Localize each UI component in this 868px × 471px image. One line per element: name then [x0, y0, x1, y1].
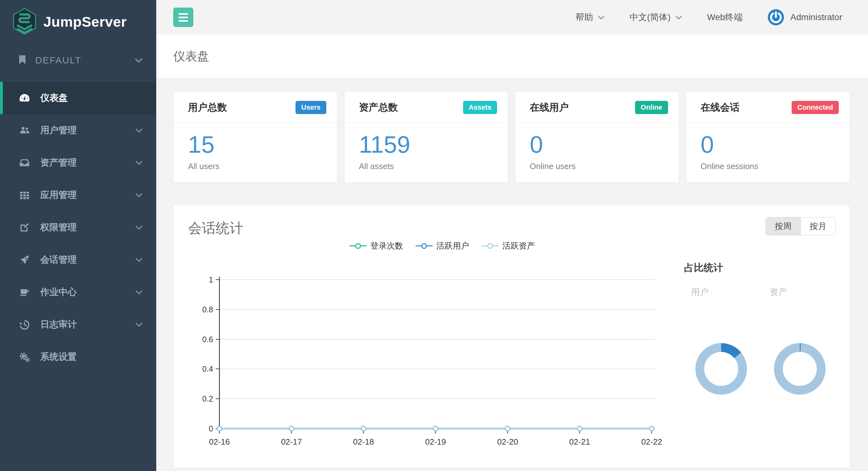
x-tick-label: 02-21	[569, 437, 590, 446]
legend-line-marker	[349, 243, 367, 249]
weekly-button[interactable]: 按周	[766, 217, 800, 235]
dashboard-icon	[18, 92, 31, 104]
org-label: DEFAULT	[35, 55, 82, 66]
topbar: 帮助 中文(简体) Web终端 Administrator	[156, 0, 868, 35]
sessions-icon	[18, 254, 31, 266]
status-badge: Connected	[792, 101, 839, 114]
topbar-menu: 帮助 中文(简体) Web终端 Administrator	[575, 8, 848, 26]
sidebar-item-label: 作业中心	[40, 286, 77, 299]
range-toggle-group: 按周 按月	[766, 217, 836, 235]
assets-donut-chart	[772, 341, 828, 397]
username-label: Administrator	[790, 12, 842, 22]
sidebar-item-users[interactable]: 用户管理	[0, 114, 156, 146]
x-tick-label: 02-18	[353, 437, 374, 446]
stat-cards-row: 用户总数 Users 15 All users 资产总数 Assets 1159	[173, 92, 850, 182]
sidebar-item-label: 应用管理	[40, 189, 77, 201]
chevron-down-icon	[135, 193, 143, 198]
stat-caption: All users	[188, 162, 337, 171]
main-area: 帮助 中文(简体) Web终端 Administrator	[156, 0, 868, 471]
sidebar-item-applications[interactable]: 应用管理	[0, 179, 156, 211]
sidebar-item-label: 日志审计	[40, 318, 77, 331]
chevron-down-icon	[135, 160, 143, 165]
audit-history-icon	[18, 318, 31, 331]
y-tick-label: 0.4	[202, 365, 213, 373]
x-axis-labels: 02-16 02-17 02-18 02-19 02-20 02-21 02-2…	[209, 437, 662, 446]
legend-item-active-assets[interactable]: 活跃资产	[482, 240, 535, 251]
chevron-down-icon	[597, 15, 605, 20]
chevron-down-icon	[134, 58, 143, 63]
hamburger-icon	[179, 13, 188, 15]
chevron-down-icon	[675, 15, 683, 20]
chevron-down-icon	[135, 257, 143, 262]
status-badge: Users	[296, 101, 326, 114]
legend-item-active-users[interactable]: 活跃用户	[415, 240, 469, 251]
x-tick-label: 02-19	[425, 437, 446, 446]
sidebar-item-settings[interactable]: 系统设置	[0, 341, 156, 373]
sidebar-item-assets[interactable]: 资产管理	[0, 146, 156, 179]
sessions-panel-title: 会话统计	[188, 219, 243, 238]
chevron-down-icon	[135, 290, 143, 295]
status-badge: Assets	[463, 101, 497, 114]
stat-card-online-users: 在线用户 Online 0 Online users	[515, 92, 679, 182]
x-tick-label: 02-16	[209, 437, 230, 446]
sidebar-item-audits[interactable]: 日志审计	[0, 308, 156, 341]
x-tick-label: 02-22	[641, 437, 662, 446]
sidebar-item-label: 系统设置	[40, 351, 77, 363]
org-switcher[interactable]: DEFAULT	[0, 51, 156, 70]
y-tick-label: 1	[209, 275, 213, 284]
sidebar-item-jobs[interactable]: 作业中心	[0, 276, 156, 308]
sidebar-item-label: 仪表盘	[40, 92, 68, 104]
monthly-button[interactable]: 按月	[800, 217, 836, 235]
y-axis-labels: 1 0.8 0.6 0.4 0.2 0	[202, 275, 213, 433]
brand-name: JumpServer	[43, 14, 127, 30]
assets-icon	[18, 157, 31, 169]
stat-caption: All assets	[359, 162, 508, 171]
sessions-statistics-panel: 会话统计 登录次数 活跃用户 活跃资产	[173, 205, 850, 468]
users-donut-chart	[693, 341, 749, 397]
legend-item-logins[interactable]: 登录次数	[349, 240, 403, 251]
language-label: 中文(简体)	[629, 11, 671, 23]
help-label: 帮助	[575, 11, 593, 23]
y-tick-label: 0.6	[202, 335, 213, 344]
chevron-down-icon	[135, 322, 143, 327]
sidebar-item-permissions[interactable]: 权限管理	[0, 211, 156, 243]
language-menu[interactable]: 中文(简体)	[629, 11, 683, 23]
legend-line-marker	[482, 243, 499, 249]
help-menu[interactable]: 帮助	[575, 11, 605, 23]
stat-caption: Online users	[530, 162, 679, 171]
web-terminal-link[interactable]: Web终端	[707, 11, 743, 23]
status-badge: Online	[635, 101, 668, 114]
bookmark-icon	[18, 55, 26, 66]
chart-legend: 登录次数 活跃用户 活跃资产	[349, 240, 535, 251]
jobs-icon	[18, 286, 31, 299]
y-tick-label: 0.2	[202, 394, 213, 403]
page-title: 仪表盘	[173, 48, 209, 64]
users-icon	[18, 124, 31, 137]
sidebar-item-label: 资产管理	[40, 157, 77, 169]
jumpserver-brand[interactable]: JumpServer	[0, 0, 156, 37]
y-tick-label: 0	[209, 424, 213, 433]
users-donut-label: 用户	[691, 286, 709, 298]
user-menu[interactable]: Administrator	[767, 8, 848, 26]
sidebar-nav: 仪表盘 用户管理 资产管理 应用管理	[0, 82, 156, 373]
sidebar-item-dashboard[interactable]: 仪表盘	[0, 82, 156, 114]
y-tick-label: 0.8	[202, 305, 213, 314]
stat-value: 0	[530, 133, 679, 157]
chevron-down-icon	[135, 225, 143, 230]
breadcrumb-band: 仪表盘	[156, 35, 868, 78]
sidebar-item-sessions[interactable]: 会话管理	[0, 243, 156, 276]
card-title: 在线用户	[530, 101, 569, 114]
settings-gears-icon	[18, 351, 31, 363]
content: 用户总数 Users 15 All users 资产总数 Assets 1159	[156, 78, 868, 468]
assets-donut-label: 资产	[770, 286, 787, 298]
x-tick-label: 02-17	[281, 437, 302, 446]
user-avatar	[767, 8, 785, 26]
sidebar-item-label: 用户管理	[40, 124, 77, 137]
sidebar-item-label: 会话管理	[40, 254, 77, 266]
stat-value: 15	[188, 133, 337, 157]
sidebar-toggle-button[interactable]	[173, 7, 193, 27]
sidebar: JumpServer DEFAULT 仪表盘 用户管理	[0, 0, 156, 471]
card-title: 用户总数	[188, 101, 227, 114]
ratio-statistics-title: 占比统计	[684, 261, 723, 274]
permissions-icon	[18, 221, 31, 234]
